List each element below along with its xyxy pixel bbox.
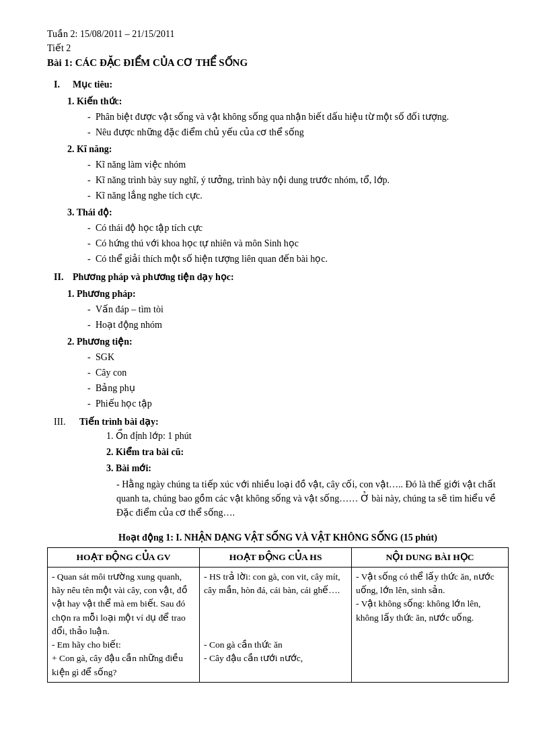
cell-gv: - Quan sát môi trường xung quanh, hãy nê… [48, 567, 200, 682]
list-item: Có thái độ học tập tích cực [87, 221, 509, 235]
roman-iii: III. [54, 415, 74, 520]
activity-section: Hoạt động 1: I. NHẬN DẠNG VẬT SỐNG VÀ VẬ… [47, 530, 509, 683]
ondinhlon: 1. Ổn định lớp: 1 phút [106, 429, 509, 443]
list-item: SGK [87, 350, 509, 364]
section-i-label: Mục tiêu: [73, 77, 112, 92]
page-title: Bài 1: CÁC ĐẶC ĐIỂM CỦA CƠ THỂ SỐNG [47, 55, 509, 71]
section-i: I. Mục tiêu: 1. Kiến thức: Phân biệt đượ… [54, 77, 509, 266]
kienthuc-list: Phân biệt được vật sống và vật không sốn… [87, 110, 509, 139]
list-item: Kĩ năng trình bày suy nghĩ, ý tưởng, trì… [87, 173, 509, 187]
section-iii-title: Tiến trình bài dạy: [79, 417, 159, 427]
col-nd: NỘI DUNG BÀI HỌC [352, 547, 509, 567]
phuongtien-title: 2. Phương tiện: [67, 335, 509, 349]
roman-ii: II. [54, 270, 67, 284]
phuongphap-title: 1. Phương pháp: [67, 287, 509, 301]
thaido-list: Có thái độ học tập tích cực Có hứng thú … [87, 221, 509, 266]
phuongphap-list: Vấn đáp – tìm tòi Hoạt động nhóm [87, 302, 509, 332]
phuongtien-list: SGK Cây con Bảng phụ Phiếu học tập [87, 350, 509, 411]
table-header-row: HOẠT ĐỘNG CỦA GV HOẠT ĐỘNG CỦA HS NỘI DU… [48, 547, 509, 567]
list-item: Vấn đáp – tìm tòi [87, 302, 509, 316]
list-item: Kĩ năng làm việc nhóm [87, 158, 509, 172]
list-item: Hoạt động nhóm [87, 318, 509, 332]
header-info: Tuần 2: 15/08/2011 – 21/15/2011 Tiết 2 B… [47, 27, 509, 71]
list-item: Nêu được những đặc điểm chủ yếu của cơ t… [87, 125, 509, 139]
section-i-title: I. Mục tiêu: [54, 77, 509, 92]
thaido-title: 3. Thái độ: [67, 205, 509, 219]
list-item: Có hứng thú với khoa học tự nhiên và môn… [87, 236, 509, 250]
activity-table: HOẠT ĐỘNG CỦA GV HOẠT ĐỘNG CỦA HS NỘI DU… [47, 547, 509, 683]
list-item: Có thể giải thích một số hiện tượng liên… [87, 252, 509, 266]
kinang-title: 2. Kĩ năng: [67, 142, 509, 156]
section-ii-label: Phương pháp và phương tiện dạy học: [73, 270, 234, 284]
roman-i: I. [54, 77, 67, 92]
list-item: Phiếu học tập [87, 397, 509, 411]
subsection-phuongtien: 2. Phương tiện: SGK Cây con Bảng phụ Phi… [67, 335, 509, 411]
cell-nd: - Vật sống có thể lấy thức ăn, nước uống… [352, 567, 509, 682]
list-item: Cây con [87, 366, 509, 380]
activity-header: Hoạt động 1: I. NHẬN DẠNG VẬT SỐNG VÀ VẬ… [47, 530, 509, 545]
cell-hs: - HS trả lời: con gà, con vit, cây mít, … [200, 567, 352, 682]
week-date: Tuần 2: 15/08/2011 – 21/15/2011 [47, 27, 509, 41]
baimoi-label: 3. Bài mới: [106, 461, 509, 475]
list-item: Kĩ năng lắng nghe tích cực. [87, 188, 509, 203]
lesson-number: Tiết 2 [47, 41, 509, 55]
col-gv: HOẠT ĐỘNG CỦA GV [48, 547, 200, 567]
subsection-kienthuc: 1. Kiến thức: Phân biệt được vật sống và… [67, 94, 509, 139]
kienthuc-title: 1. Kiến thức: [67, 94, 509, 108]
page-container: Tuần 2: 15/08/2011 – 21/15/2011 Tiết 2 B… [47, 27, 509, 683]
subsection-thaido: 3. Thái độ: Có thái độ học tập tích cực … [67, 205, 509, 266]
col-hs: HOẠT ĐỘNG CỦA HS [200, 547, 352, 567]
list-item: Phân biệt được vật sống và vật không sốn… [87, 110, 509, 124]
section-iii-content: Tiến trình bài dạy: 1. Ổn định lớp: 1 ph… [79, 415, 509, 520]
kiemtrabaiou: 2. Kiểm tra bài cũ: [106, 445, 509, 459]
section-ii-title: II. Phương pháp và phương tiện dạy học: [54, 270, 509, 284]
section-iii: III. Tiến trình bài dạy: 1. Ổn định lớp:… [54, 415, 509, 520]
table-row: - Quan sát môi trường xung quanh, hãy nê… [48, 567, 509, 682]
kinang-list: Kĩ năng làm việc nhóm Kĩ năng trình bày … [87, 158, 509, 203]
subsection-kinang: 2. Kĩ năng: Kĩ năng làm việc nhóm Kĩ năn… [67, 142, 509, 203]
baimoi-content: - Hằng ngày chúng ta tiếp xúc với nhiều … [116, 477, 509, 520]
section-ii: II. Phương pháp và phương tiện dạy học: … [54, 270, 509, 411]
list-item: Bảng phụ [87, 381, 509, 395]
subsection-phuongphap: 1. Phương pháp: Vấn đáp – tìm tòi Hoạt đ… [67, 287, 509, 332]
